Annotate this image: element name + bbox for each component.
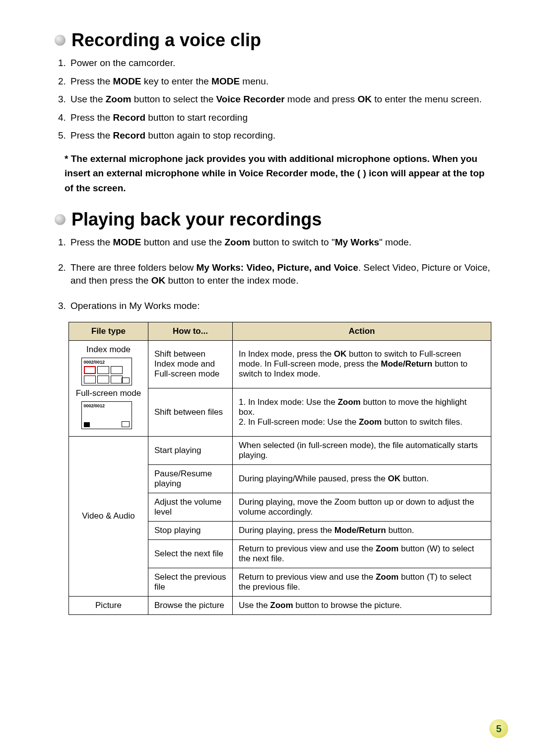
playback-steps: Press the MODE button and use the Zoom b…	[55, 236, 491, 312]
cell-howto: Select the next file	[148, 539, 233, 568]
recording-steps: Power on the camcorder. Press the MODE k…	[55, 57, 491, 143]
col-action: Action	[233, 322, 491, 340]
step: Press the Record button to start recordi…	[68, 111, 491, 125]
step: Power on the camcorder.	[68, 57, 491, 70]
cell-action: During playing/While paused, press the O…	[233, 464, 491, 493]
cell-howto: Select the previous file	[148, 568, 233, 596]
thumbnail-cell	[84, 366, 96, 374]
cell-filetype-picture: Picture	[69, 596, 148, 614]
heading-recording: Recording a voice clip	[55, 30, 491, 51]
cell-action: Use the Zoom button to browse the pictur…	[233, 596, 491, 614]
step: There are three folders below My Works: …	[68, 261, 491, 288]
heading-recording-text: Recording a voice clip	[71, 30, 261, 51]
heading-playback-text: Playing back your recordings	[71, 209, 322, 230]
fullscreen-mode-label: Full-screen mode	[75, 388, 142, 398]
heading-playback: Playing back your recordings	[55, 209, 491, 230]
cell-howto: Pause/Resume playing	[148, 464, 233, 493]
bullet-icon	[55, 214, 66, 225]
table-header-row: File type How to... Action	[69, 322, 491, 340]
cell-action: Return to previous view and use the Zoom…	[233, 539, 491, 568]
document-page: Recording a voice clip Power on the camc…	[0, 0, 536, 756]
cell-filetype-videoaudio: Video & Audio	[69, 436, 148, 596]
operations-table: File type How to... Action Index mode 00…	[68, 322, 491, 615]
cell-howto: Start playing	[148, 436, 233, 464]
table-row: Index mode 0002/0012	[69, 340, 491, 388]
table-row: Video & Audio Start playing When selecte…	[69, 436, 491, 464]
cell-howto: Shift between Index mode and Full-screen…	[148, 340, 233, 388]
step: Press the MODE key to enter the MODE men…	[68, 75, 491, 88]
cell-howto: Browse the picture	[148, 596, 233, 614]
col-filetype: File type	[69, 322, 148, 340]
col-howto: How to...	[148, 322, 233, 340]
index-mode-thumbnail: 0002/0012	[81, 358, 136, 385]
note-external-mic: * The external microphone jack provides …	[65, 151, 491, 195]
cell-action: During playing, move the Zoom button up …	[233, 493, 491, 521]
step: Press the MODE button and use the Zoom b…	[68, 236, 491, 249]
cell-action: When selected (in full-screen mode), the…	[233, 436, 491, 464]
index-mode-label: Index mode	[75, 345, 142, 355]
cell-action: 1. In Index mode: Use the Zoom button to…	[233, 388, 491, 437]
fullscreen-mode-thumbnail: 0002/0012	[81, 401, 136, 429]
cell-filetype-modes: Index mode 0002/0012	[69, 340, 148, 436]
cell-howto: Adjust the volume level	[148, 493, 233, 521]
step: Press the Record button again to stop re…	[68, 129, 491, 143]
counter: 0002/0012	[84, 360, 105, 365]
cell-action: In Index mode, press the OK button to sw…	[233, 340, 491, 388]
page-number: 5	[489, 719, 508, 738]
step: Operations in My Works mode:	[68, 300, 491, 313]
counter: 0002/0012	[84, 403, 105, 408]
cell-howto: Shift between files	[148, 388, 233, 437]
cell-action: Return to previous view and use the Zoom…	[233, 568, 491, 596]
cell-action: During playing, press the Mode/Return bu…	[233, 521, 491, 539]
cell-howto: Stop playing	[148, 521, 233, 539]
step: Use the Zoom button to select the Voice …	[68, 93, 491, 106]
table-row: Picture Browse the picture Use the Zoom …	[69, 596, 491, 614]
bullet-icon	[55, 35, 66, 46]
page-number-value: 5	[496, 723, 501, 735]
